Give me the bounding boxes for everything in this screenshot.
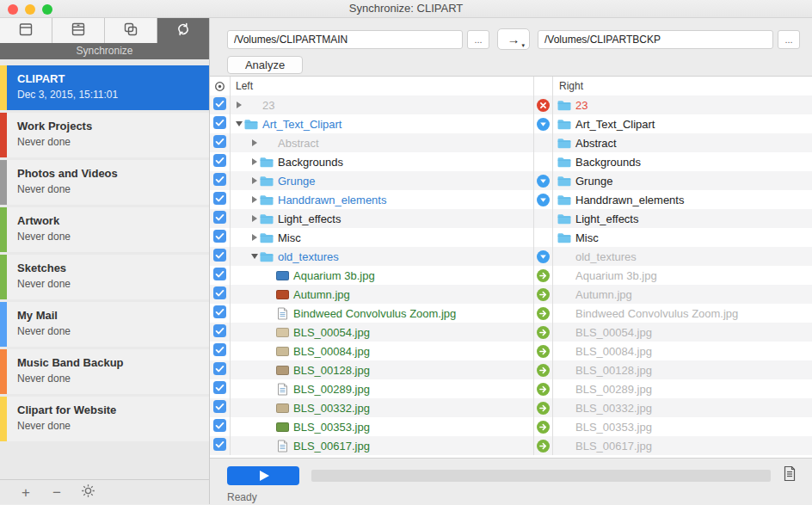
copy-right-status-icon[interactable] <box>537 383 550 396</box>
row-checkbox[interactable] <box>213 268 226 284</box>
sync-row[interactable]: BackgroundsBackgrounds <box>210 152 812 171</box>
select-column-header <box>210 77 231 95</box>
row-checkbox[interactable] <box>213 249 226 265</box>
sidebar-task-music-band-backup[interactable]: Music Band BackupNever done <box>0 349 209 394</box>
copy-right-status-icon[interactable] <box>537 307 550 320</box>
close-window-button[interactable] <box>8 4 18 15</box>
copy-right-status-icon[interactable] <box>537 402 550 415</box>
sync-row[interactable]: BLS_00084.jpgBLS_00084.jpg <box>210 342 812 360</box>
sidebar-task-work-projects[interactable]: Work ProjectsNever done <box>0 113 209 157</box>
zoom-window-button[interactable] <box>42 4 52 15</box>
tab-synchronize-arrows[interactable] <box>157 18 209 43</box>
browse-left-button[interactable]: ... <box>467 30 489 49</box>
row-checkbox[interactable] <box>213 230 226 246</box>
row-checkbox[interactable] <box>213 400 226 416</box>
row-checkbox[interactable] <box>213 192 226 208</box>
row-checkbox[interactable] <box>213 419 226 435</box>
delete-status-icon[interactable] <box>537 99 550 112</box>
tab-archive-drawer[interactable] <box>52 18 105 43</box>
disclosure-collapsed-icon[interactable] <box>249 177 260 184</box>
copy-right-status-icon[interactable] <box>537 345 550 358</box>
disclosure-collapsed-icon[interactable] <box>249 196 260 203</box>
sync-row[interactable]: Light_effectsLight_effects <box>210 209 812 228</box>
sync-row[interactable]: 2323 <box>210 95 812 114</box>
chevron-down-icon: ▾ <box>521 42 525 49</box>
file-name-label: Handdrawn_elements <box>278 194 386 206</box>
update-status-icon[interactable] <box>537 250 550 263</box>
minimize-window-button[interactable] <box>25 4 35 15</box>
sync-row[interactable]: Autumn.jpgAutumn.jpg <box>210 285 812 304</box>
row-checkbox[interactable] <box>213 116 226 132</box>
empty-icon-slot <box>557 288 571 300</box>
tab-clone-copy[interactable] <box>105 18 157 43</box>
disclosure-collapsed-icon[interactable] <box>249 215 260 222</box>
sidebar-task-clipart[interactable]: CLIPARTDec 3, 2015, 15:11:01 <box>0 65 209 110</box>
sidebar-task-clipart-for-website[interactable]: Clipart for WebsiteNever done <box>0 397 209 441</box>
right-path-input[interactable] <box>538 30 773 49</box>
row-checkbox[interactable] <box>213 97 226 114</box>
disclosure-collapsed-icon[interactable] <box>234 102 244 108</box>
remove-task-button[interactable]: − <box>48 485 65 500</box>
sync-row[interactable]: Bindweed Convolvulus Zoom.jpgBindweed Co… <box>210 304 812 323</box>
sync-row[interactable]: BLS_00128.jpgBLS_00128.jpg <box>210 360 812 379</box>
sync-row[interactable]: BLS_00617.jpgBLS_00617.jpg <box>210 436 812 455</box>
copy-right-status-icon[interactable] <box>537 269 550 282</box>
analyze-button[interactable]: Analyze <box>227 56 303 74</box>
sync-row[interactable]: Aquarium 3b.jpgAquarium 3b.jpg <box>210 266 812 285</box>
copy-right-status-icon[interactable] <box>537 440 550 453</box>
row-checkbox[interactable] <box>213 362 226 379</box>
sync-row[interactable]: BLS_00054.jpgBLS_00054.jpg <box>210 323 812 342</box>
row-checkbox[interactable] <box>213 381 226 397</box>
sync-row[interactable]: BLS_00289.jpgBLS_00289.jpg <box>210 379 812 398</box>
sync-row[interactable]: Art_Text_ClipartArt_Text_Clipart <box>210 114 812 133</box>
row-checkbox[interactable] <box>213 286 226 303</box>
row-checkbox[interactable] <box>213 438 226 454</box>
file-name-label: old_textures <box>575 250 637 263</box>
sidebar-task-my-mail[interactable]: My MailNever done <box>0 302 209 347</box>
tab-backup-box[interactable] <box>0 18 52 43</box>
left-item-cell: BLS_00084.jpg <box>231 342 533 360</box>
browse-right-button[interactable]: ... <box>778 30 800 49</box>
row-checkbox[interactable] <box>213 154 226 170</box>
update-status-icon[interactable] <box>537 118 550 131</box>
play-icon <box>260 471 269 481</box>
row-checkbox[interactable] <box>213 324 226 341</box>
file-name-label: old_textures <box>278 250 339 263</box>
copy-right-status-icon[interactable] <box>537 288 550 301</box>
action-status-cell <box>533 360 553 379</box>
sync-row[interactable]: AbstractAbstract <box>210 133 812 152</box>
left-path-input[interactable] <box>227 30 463 49</box>
right-item-cell: Autumn.jpg <box>553 285 812 304</box>
row-checkbox[interactable] <box>213 135 226 151</box>
disclosure-collapsed-icon[interactable] <box>249 234 260 241</box>
disclosure-expanded-icon[interactable] <box>249 254 260 259</box>
empty-icon-slot <box>557 269 571 281</box>
copy-right-status-icon[interactable] <box>537 421 550 434</box>
update-status-icon[interactable] <box>537 175 550 188</box>
sidebar-task-artwork[interactable]: ArtworkNever done <box>0 207 209 252</box>
start-sync-button[interactable] <box>227 466 299 485</box>
sidebar-task-photos-and-videos[interactable]: Photos and VideosNever done <box>0 160 209 205</box>
row-checkbox[interactable] <box>213 173 226 189</box>
sync-row[interactable]: BLS_00332.jpgBLS_00332.jpg <box>210 398 812 417</box>
row-checkbox[interactable] <box>213 305 226 322</box>
sync-row[interactable]: BLS_00353.jpgBLS_00353.jpg <box>210 417 812 436</box>
copy-right-status-icon[interactable] <box>537 364 550 377</box>
copy-right-status-icon[interactable] <box>537 326 550 339</box>
sidebar-task-sketches[interactable]: SketchesNever done <box>0 255 209 299</box>
disclosure-expanded-icon[interactable] <box>234 121 244 126</box>
disclosure-collapsed-icon[interactable] <box>249 139 260 146</box>
sync-row[interactable]: Handdrawn_elementsHanddrawn_elements <box>210 190 812 209</box>
disclosure-collapsed-icon[interactable] <box>249 158 260 165</box>
row-checkbox[interactable] <box>213 343 226 360</box>
sync-direction-button[interactable]: →▾ <box>497 28 530 50</box>
row-checkbox[interactable] <box>213 211 226 227</box>
row-checkbox-cell <box>210 304 231 323</box>
add-task-button[interactable]: + <box>17 485 34 500</box>
settings-gear-icon[interactable] <box>79 483 96 501</box>
log-document-icon[interactable] <box>783 465 797 485</box>
sync-row[interactable]: GrungeGrunge <box>210 171 812 190</box>
sync-row[interactable]: MiscMisc <box>210 228 812 247</box>
update-status-icon[interactable] <box>537 194 550 206</box>
sync-row[interactable]: old_texturesold_textures <box>210 247 812 266</box>
